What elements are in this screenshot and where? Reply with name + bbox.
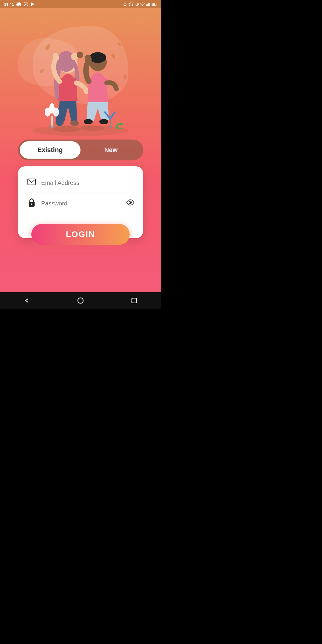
home-button[interactable] <box>75 295 86 306</box>
svg-point-32 <box>39 68 45 74</box>
svg-point-39 <box>49 103 54 110</box>
email-icon <box>27 178 36 187</box>
hero-illustration <box>24 17 137 137</box>
status-right <box>123 2 157 6</box>
wifi-icon <box>140 2 145 6</box>
svg-rect-43 <box>28 179 35 185</box>
playstore-icon <box>31 2 35 6</box>
divider-1 <box>27 193 134 193</box>
svg-point-40 <box>48 125 55 129</box>
svg-point-42 <box>107 126 113 129</box>
new-tab[interactable]: New <box>80 141 141 159</box>
svg-point-21 <box>70 120 79 126</box>
eye-icon[interactable] <box>126 199 134 207</box>
svg-rect-6 <box>146 4 147 6</box>
battery-icon <box>152 2 157 6</box>
bottom-nav <box>0 292 161 309</box>
svg-point-24 <box>89 52 106 63</box>
svg-point-38 <box>53 108 59 117</box>
svg-rect-12 <box>152 3 155 5</box>
back-button[interactable] <box>21 295 33 306</box>
svg-point-45 <box>31 204 32 205</box>
inbox-icon <box>24 2 28 7</box>
email-input[interactable] <box>41 179 134 186</box>
svg-rect-8 <box>148 3 149 6</box>
svg-rect-10 <box>150 3 150 6</box>
svg-rect-4 <box>136 3 137 6</box>
login-card: LOGIN <box>18 166 143 238</box>
login-button[interactable]: LOGIN <box>31 224 130 245</box>
vibrate-icon <box>135 2 139 6</box>
svg-point-5 <box>142 5 143 6</box>
svg-rect-49 <box>132 298 137 303</box>
recent-apps-button[interactable] <box>128 295 140 306</box>
svg-point-34 <box>123 74 128 80</box>
svg-point-47 <box>130 202 131 203</box>
svg-point-26 <box>84 119 93 124</box>
svg-point-31 <box>111 53 116 59</box>
lock-icon <box>27 198 36 208</box>
password-row <box>27 195 134 211</box>
password-input[interactable] <box>41 200 122 207</box>
svg-point-29 <box>77 52 83 58</box>
svg-rect-7 <box>147 4 148 6</box>
email-row <box>27 175 134 190</box>
svg-rect-3 <box>132 5 133 6</box>
status-bar: 11.41 <box>0 0 161 8</box>
svg-point-14 <box>54 126 80 132</box>
headphone-icon <box>129 2 133 6</box>
svg-point-15 <box>80 126 104 131</box>
svg-point-13 <box>33 125 128 136</box>
time-display: 11.41 <box>4 2 14 7</box>
svg-point-27 <box>99 119 108 124</box>
status-left: 11.41 <box>4 2 35 7</box>
svg-point-0 <box>24 2 28 6</box>
main-background: Existing New <box>0 8 161 292</box>
illustration-area <box>0 8 161 137</box>
svg-point-33 <box>117 41 122 47</box>
svg-rect-9 <box>149 3 150 6</box>
toggle-container: Existing New <box>18 140 143 160</box>
discord-icon <box>16 2 21 7</box>
signal-icon <box>146 2 150 6</box>
existing-tab[interactable]: Existing <box>20 141 80 159</box>
svg-point-48 <box>78 298 83 303</box>
alarm-icon <box>123 2 127 6</box>
svg-point-30 <box>44 44 51 51</box>
svg-rect-2 <box>129 5 130 6</box>
